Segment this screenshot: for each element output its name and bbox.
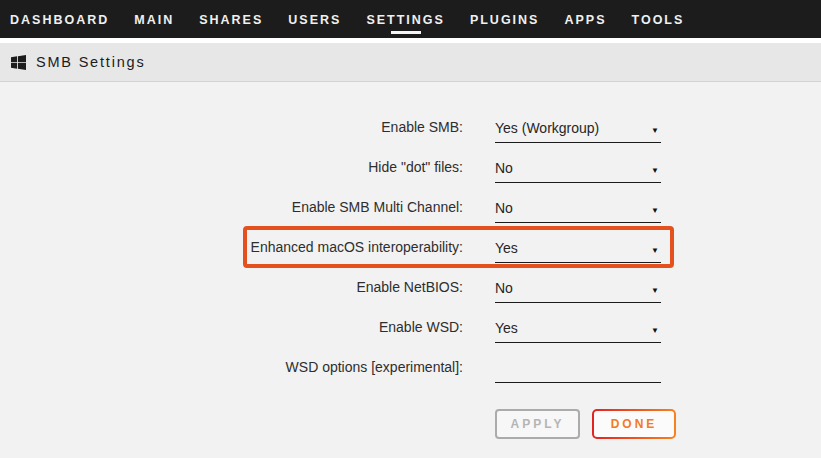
enhanced-macos-interoperability-select[interactable]: Yes ▼ [495, 241, 661, 263]
nav-item-dashboard[interactable]: DASHBOARD [10, 2, 109, 36]
caret-down-icon: ▼ [651, 285, 661, 296]
form-actions: APPLY DONE [495, 409, 821, 439]
form-row-enhanced-macos-interoperability: Enhanced macOS interoperability: Yes ▼ [0, 223, 821, 263]
nav-item-settings[interactable]: SETTINGS [366, 2, 445, 36]
form-row-smb-multi-channel: Enable SMB Multi Channel: No ▼ [0, 183, 821, 223]
selected-value: No [495, 281, 513, 296]
field-label: Enable SMB: [0, 119, 463, 143]
form-row-hide-dot-files: Hide "dot" files: No ▼ [0, 143, 821, 183]
page-header: SMB Settings [0, 43, 821, 82]
wsd-options-input[interactable] [495, 359, 661, 383]
smb-multi-channel-select[interactable]: No ▼ [495, 201, 661, 223]
done-button-label: DONE [594, 411, 674, 437]
nav-item-main[interactable]: MAIN [134, 2, 174, 36]
field-label: Hide "dot" files: [0, 159, 463, 183]
caret-down-icon: ▼ [651, 205, 661, 216]
field-label: Enable WSD: [0, 319, 463, 343]
windows-logo-icon [11, 55, 26, 70]
enable-smb-select[interactable]: Yes (Workgroup) ▼ [495, 121, 661, 143]
form-row-enable-wsd: Enable WSD: Yes ▼ [0, 303, 821, 343]
nav-item-shares[interactable]: SHARES [199, 2, 263, 36]
top-nav: DASHBOARD MAIN SHARES USERS SETTINGS PLU… [0, 0, 821, 38]
selected-value: No [495, 201, 513, 216]
caret-down-icon: ▼ [651, 325, 661, 336]
selected-value: Yes [495, 241, 518, 256]
form-row-enable-netbios: Enable NetBIOS: No ▼ [0, 263, 821, 303]
caret-down-icon: ▼ [651, 125, 661, 136]
page-title: SMB Settings [36, 54, 145, 70]
selected-value: Yes [495, 321, 518, 336]
nav-item-apps[interactable]: APPS [564, 2, 606, 36]
form-row-enable-smb: Enable SMB: Yes (Workgroup) ▼ [0, 103, 821, 143]
form-row-wsd-options: WSD options [experimental]: [0, 343, 821, 383]
caret-down-icon: ▼ [651, 245, 661, 256]
selected-value: Yes (Workgroup) [495, 121, 599, 136]
hide-dot-files-select[interactable]: No ▼ [495, 161, 661, 183]
nav-item-users[interactable]: USERS [288, 2, 341, 36]
field-label: Enhanced macOS interoperability: [0, 239, 463, 263]
nav-item-tools[interactable]: TOOLS [632, 2, 685, 36]
enable-wsd-select[interactable]: Yes ▼ [495, 321, 661, 343]
selected-value: No [495, 161, 513, 176]
field-label: Enable NetBIOS: [0, 279, 463, 303]
field-label: WSD options [experimental]: [0, 359, 463, 383]
field-label: Enable SMB Multi Channel: [0, 199, 463, 223]
enable-netbios-select[interactable]: No ▼ [495, 281, 661, 303]
done-button[interactable]: DONE [592, 409, 676, 439]
smb-settings-form: Enable SMB: Yes (Workgroup) ▼ Hide "dot"… [0, 82, 821, 458]
nav-item-plugins[interactable]: PLUGINS [470, 2, 540, 36]
caret-down-icon: ▼ [651, 165, 661, 176]
apply-button[interactable]: APPLY [495, 409, 580, 439]
